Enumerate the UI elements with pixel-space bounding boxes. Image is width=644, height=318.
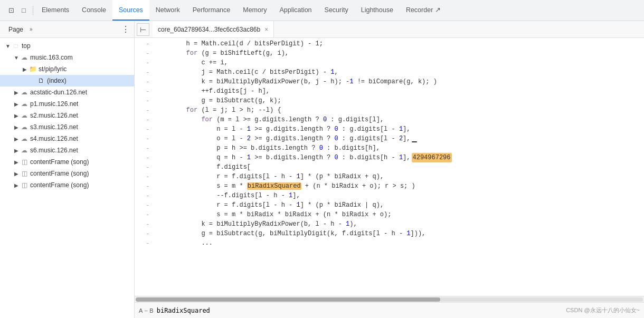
search-input[interactable] <box>157 307 563 314</box>
tab-network[interactable]: Network <box>149 0 186 21</box>
code-line-8: - for (l = j; l > h; --l) { <box>135 105 644 115</box>
line-gutter-5: - <box>135 77 154 86</box>
devtools-icon-2[interactable]: □ <box>19 6 29 15</box>
code-line-6: - ++f.digits[j - h], <box>135 86 644 96</box>
sidebar-more-icon[interactable]: ⋮ <box>121 24 130 34</box>
code-lines: - h = Math.ceil(d / bitsPerDigit) - 1; -… <box>135 38 644 249</box>
tree-item-index[interactable]: ▶ 🗋 (index) <box>0 75 134 86</box>
tree-label-cf1: contentFrame (song) <box>30 158 89 166</box>
tree-arrow-acstatic: ▶ <box>13 89 20 96</box>
scrollbar-track[interactable] <box>136 297 643 302</box>
line-gutter-4: - <box>135 68 154 77</box>
tree-item-stpip[interactable]: ▶ 📁 st/pip/lyric <box>0 63 134 75</box>
tab-performance[interactable]: Performance <box>186 0 237 21</box>
tree-label-s4music: s4.music.126.net <box>30 135 78 142</box>
line-content-18: r = f.digits[l - h - 1] * (p * biRadix |… <box>154 200 644 210</box>
tree-item-top[interactable]: ▼ □ top <box>0 40 134 52</box>
line-gutter-18: - <box>135 200 154 210</box>
line-gutter-8: - <box>135 105 154 115</box>
cloud-icon-acstatic: ☁ <box>20 88 29 97</box>
sidebar: Page » ⋮ ▼ □ top ▼ ☁ music.163.com ▶ 📁 s… <box>0 21 135 318</box>
tree-item-s3music[interactable]: ▶ ☁ s3.music.126.net <box>0 121 134 133</box>
code-line-4: - j = Math.ceil(c / bitsPerDigit) - 1, <box>135 68 644 77</box>
line-gutter-20: - <box>135 219 154 229</box>
line-gutter-1: - <box>135 39 154 49</box>
line-gutter-11: - <box>135 134 154 143</box>
tab-application[interactable]: Application <box>273 0 318 21</box>
tree-item-p1music[interactable]: ▶ ☁ p1.music.126.net <box>0 98 134 110</box>
top-bar: ⊡ □ Elements Console Sources Network Per… <box>0 0 644 21</box>
tree-label-s2music: s2.music.126.net <box>30 112 78 119</box>
tab-console[interactable]: Console <box>75 0 112 21</box>
cloud-icon-s2music: ☁ <box>20 111 29 120</box>
tree-item-contentframe3[interactable]: ▶ ◫ contentFrame (song) <box>0 179 134 191</box>
code-line-19: - s = m * biRadix * biRadix + (n * biRad… <box>135 210 644 219</box>
tree-arrow-stpip: ▶ <box>21 65 29 73</box>
devtools-icons: ⊡ □ <box>2 6 33 15</box>
code-tab-close-icon[interactable]: × <box>264 26 268 33</box>
line-content-16: s = m * biRadixSquared + (n * biRadix + … <box>154 181 644 191</box>
sidebar-chevron-icon[interactable]: » <box>30 26 33 32</box>
tree-arrow-s4music: ▶ <box>13 135 20 142</box>
line-gutter-19: - <box>135 210 154 219</box>
code-tab-file[interactable]: core_60a2789634...3fec6cc63ac86b × <box>153 21 274 37</box>
tab-sources[interactable]: Sources <box>112 0 149 21</box>
code-line-22: - ... <box>135 238 644 248</box>
line-content-20: k = biMultiplyByRadixPower(b, l - h - 1)… <box>154 219 644 229</box>
sidebar-header: Page » ⋮ <box>0 21 134 38</box>
tree-arrow-cf1: ▶ <box>13 158 20 166</box>
tab-elements[interactable]: Elements <box>35 0 75 21</box>
horizontal-scrollbar[interactable] <box>135 296 644 302</box>
line-content-12: p = h >= b.digits.length ? 0 : b.digits[… <box>154 143 644 153</box>
tree-item-music163[interactable]: ▼ ☁ music.163.com <box>0 52 134 63</box>
cloud-icon-s4music: ☁ <box>20 134 29 143</box>
code-line-14: - f.digits[ <box>135 162 644 172</box>
line-content-2: for (g = biShiftLeft(g, i), <box>154 49 644 58</box>
tree-item-s4music[interactable]: ▶ ☁ s4.music.126.net <box>0 133 134 144</box>
tree-item-contentframe1[interactable]: ▶ ◫ contentFrame (song) <box>0 156 134 168</box>
tree-arrow-p1music: ▶ <box>13 100 20 108</box>
frame-icon-cf1: ◫ <box>20 158 29 166</box>
tree-item-contentframe2[interactable]: ▶ ◫ contentFrame (song) <box>0 168 134 179</box>
folder-icon: □ <box>12 42 20 50</box>
code-line-18: - r = f.digits[l - h - 1] * (p * biRadix… <box>135 200 644 210</box>
sidebar-tree: ▼ □ top ▼ ☁ music.163.com ▶ 📁 st/pip/lyr… <box>0 38 134 318</box>
code-line-7: - g = biSubtract(g, k); <box>135 96 644 105</box>
case-sensitive-icon: A ↔ B <box>139 307 154 314</box>
line-gutter-15: - <box>135 172 154 181</box>
ab-label: A <box>139 307 143 314</box>
tab-memory[interactable]: Memory <box>236 0 273 21</box>
code-line-5: - k = biMultiplyByRadixPower(b, j - h); … <box>135 77 644 86</box>
code-content[interactable]: - h = Math.ceil(d / bitsPerDigit) - 1; -… <box>135 38 644 296</box>
tree-arrow-cf3: ▶ <box>13 181 20 189</box>
tab-lighthouse[interactable]: Lighthouse <box>355 0 400 21</box>
code-line-11: - o = l - 2 >= g.digits.length ? 0 : g.d… <box>135 134 644 143</box>
line-content-15: r = f.digits[l - h - 1] * (p * biRadix +… <box>154 172 644 181</box>
tree-label-stpip: st/pip/lyric <box>39 65 67 73</box>
line-gutter-3: - <box>135 58 154 68</box>
tree-item-s6music[interactable]: ▶ ☁ s6.music.126.net <box>0 144 134 156</box>
code-line-9: - for (m = l >= g.digits.length ? 0 : g.… <box>135 115 644 124</box>
tab-security[interactable]: Security <box>318 0 355 21</box>
ab-b: B <box>149 307 153 314</box>
code-line-16: - s = m * biRadixSquared + (n * biRadix … <box>135 181 644 191</box>
scrollbar-thumb[interactable] <box>136 297 440 302</box>
tree-label-s6music: s6.music.126.net <box>30 147 78 154</box>
frame-icon-cf2: ◫ <box>20 169 29 178</box>
cloud-icon-p1music: ☁ <box>20 100 29 108</box>
ab-sub: ↔ <box>144 308 148 313</box>
file-icon-index: 🗋 <box>37 76 45 85</box>
line-gutter-12: - <box>135 143 154 153</box>
code-tab-bar: ⊢ core_60a2789634...3fec6cc63ac86b × <box>135 21 644 38</box>
code-area: ⊢ core_60a2789634...3fec6cc63ac86b × - h… <box>135 21 644 318</box>
tree-item-acstatic[interactable]: ▶ ☁ acstatic-dun.126.net <box>0 86 134 98</box>
tab-recorder[interactable]: Recorder ↗ <box>400 0 447 21</box>
line-gutter-16: - <box>135 181 154 191</box>
tree-item-s2music[interactable]: ▶ ☁ s2.music.126.net <box>0 110 134 121</box>
sidebar-page-tab[interactable]: Page <box>4 24 27 35</box>
line-gutter-10: - <box>135 124 154 134</box>
tree-arrow-music163: ▼ <box>13 54 20 61</box>
code-line-2: - for (g = biShiftLeft(g, i), <box>135 49 644 58</box>
code-sidebar-toggle[interactable]: ⊢ <box>137 23 149 36</box>
devtools-icon-1[interactable]: ⊡ <box>6 6 16 15</box>
